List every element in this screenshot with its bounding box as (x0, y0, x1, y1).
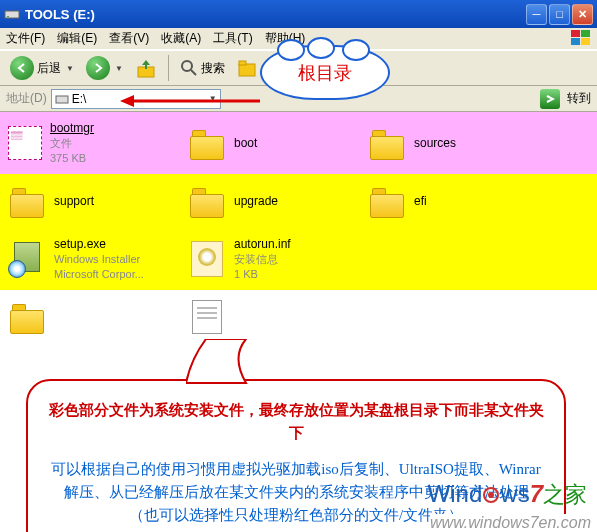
folder-item-upgrade[interactable]: upgrade (188, 182, 360, 220)
folder-item-boot[interactable]: boot (188, 120, 360, 166)
folder-icon (188, 182, 226, 220)
menu-view[interactable]: 查看(V) (109, 30, 149, 47)
window-title: TOOLS (E:) (25, 7, 526, 22)
file-company: Microsoft Corpor... (54, 267, 144, 282)
cloud-text: 根目录 (298, 61, 352, 85)
folder-icon (368, 124, 406, 162)
file-row-yellow: setup.exe Windows Installer Microsoft Co… (0, 228, 597, 290)
file-item-bootmgr[interactable]: ▒▒ bootmgr 文件 375 KB (8, 120, 180, 166)
folder-item-efi[interactable]: efi (368, 182, 540, 220)
file-item-autorun[interactable]: autorun.inf 安装信息 1 KB (188, 236, 360, 282)
svg-rect-4 (571, 38, 580, 45)
up-button[interactable] (131, 55, 161, 81)
file-name: autorun.inf (234, 236, 291, 252)
folders-icon (237, 58, 259, 78)
folder-item-support[interactable]: support (8, 182, 180, 220)
file-item-partial[interactable] (188, 298, 360, 336)
search-icon (180, 59, 198, 77)
windows-flag-icon (571, 30, 591, 46)
svg-rect-10 (239, 61, 246, 65)
watermark: Windws7之家 (428, 480, 587, 510)
file-desc: Windows Installer (54, 252, 144, 267)
file-name: setup.exe (54, 236, 144, 252)
back-label: 后退 (37, 60, 61, 77)
annotation-cloud: 根目录 (260, 45, 390, 100)
forward-icon (86, 56, 110, 80)
go-label: 转到 (567, 90, 591, 107)
menu-edit[interactable]: 编辑(E) (57, 30, 97, 47)
minimize-button[interactable]: ─ (526, 4, 547, 25)
svg-rect-5 (581, 38, 590, 45)
folder-icon (8, 298, 46, 336)
svg-line-8 (191, 70, 196, 75)
file-list: ▒▒ bootmgr 文件 375 KB boot sources suppor… (0, 112, 597, 532)
bubble-tail (186, 339, 306, 384)
search-button[interactable]: 搜索 (176, 57, 229, 79)
menu-favorites[interactable]: 收藏(A) (161, 30, 201, 47)
svg-rect-11 (56, 96, 68, 103)
address-label: 地址(D) (6, 90, 47, 107)
system-file-icon: ▒▒ (8, 126, 42, 160)
file-row-pink: ▒▒ bootmgr 文件 375 KB boot sources (0, 112, 597, 174)
go-button[interactable] (540, 89, 560, 109)
folder-name: efi (414, 193, 427, 209)
folder-item-sources[interactable]: sources (368, 120, 540, 166)
svg-point-7 (182, 61, 192, 71)
folder-name: boot (234, 135, 257, 151)
back-icon (10, 56, 34, 80)
drive-icon (4, 6, 20, 22)
file-item-setup[interactable]: setup.exe Windows Installer Microsoft Co… (8, 236, 180, 282)
folder-item-partial[interactable] (8, 298, 180, 336)
maximize-button[interactable]: □ (549, 4, 570, 25)
text-file-icon (188, 298, 226, 336)
file-row (0, 290, 597, 344)
chevron-down-icon: ▼ (66, 64, 74, 73)
inf-file-icon (188, 240, 226, 278)
folder-icon (8, 182, 46, 220)
folder-name: upgrade (234, 193, 278, 209)
folders-button[interactable] (233, 56, 263, 80)
drive-icon (55, 93, 69, 105)
bubble-text-red: 彩色部分文件为系统安装文件，最终存放位置为某盘根目录下而非某文件夹下 (48, 399, 544, 446)
svg-rect-1 (7, 16, 9, 17)
folder-name: support (54, 193, 94, 209)
back-button[interactable]: 后退 ▼ (6, 54, 78, 82)
folder-icon (188, 124, 226, 162)
file-type: 安装信息 (234, 252, 291, 267)
file-type: 文件 (50, 136, 94, 151)
menu-tools[interactable]: 工具(T) (213, 30, 252, 47)
annotation-arrow (120, 93, 260, 109)
file-size: 375 KB (50, 151, 94, 166)
watermark-url: www.windows7en.com (430, 514, 591, 532)
titlebar: TOOLS (E:) ─ □ ✕ (0, 0, 597, 28)
svg-rect-3 (581, 30, 590, 37)
folder-up-icon (135, 57, 157, 79)
chevron-down-icon: ▼ (115, 64, 123, 73)
search-label: 搜索 (201, 60, 225, 77)
close-button[interactable]: ✕ (572, 4, 593, 25)
file-name: bootmgr (50, 120, 94, 136)
file-size: 1 KB (234, 267, 291, 282)
folder-name: sources (414, 135, 456, 151)
svg-rect-2 (571, 30, 580, 37)
menu-file[interactable]: 文件(F) (6, 30, 45, 47)
file-row-yellow: support upgrade efi (0, 174, 597, 228)
forward-button[interactable]: ▼ (82, 54, 127, 82)
svg-rect-9 (239, 64, 255, 76)
svg-point-14 (488, 492, 494, 498)
installer-icon (8, 240, 46, 278)
folder-icon (368, 182, 406, 220)
